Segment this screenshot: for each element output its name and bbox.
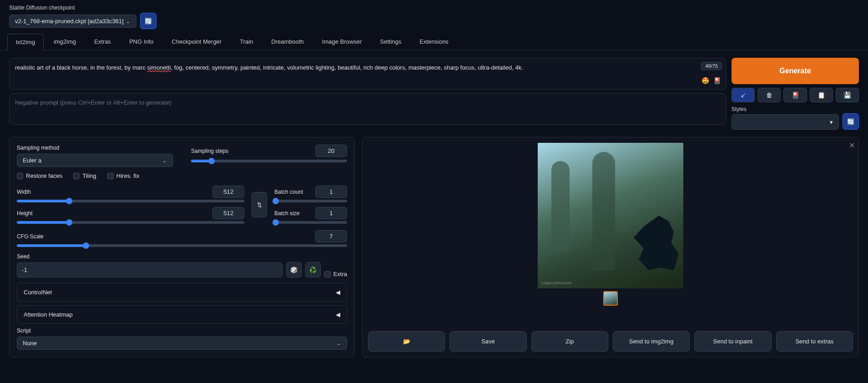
tab-txt2img[interactable]: txt2img bbox=[7, 34, 44, 50]
tab-pnginfo[interactable]: PNG Info bbox=[121, 34, 161, 50]
interrogate-button[interactable]: ↙ bbox=[732, 88, 755, 102]
attention-heatmap-section[interactable]: Attention Heatmap ◀ bbox=[17, 305, 347, 324]
save-button[interactable]: Save bbox=[449, 331, 526, 352]
styles-label: Styles bbox=[732, 106, 839, 112]
sampling-steps-input[interactable] bbox=[315, 145, 347, 157]
output-panel: ✕ STABLE DIFFUSION 📂 Save Zip Send to im… bbox=[362, 137, 859, 358]
prompt-text: realistic art of a black horse, in the f… bbox=[15, 64, 523, 71]
batch-count-label: Batch count bbox=[274, 189, 303, 195]
sampling-method-value: Euler a bbox=[23, 157, 41, 164]
folder-icon: 📂 bbox=[403, 338, 410, 345]
refresh-icon: 🔄 bbox=[847, 118, 854, 125]
script-label: Script bbox=[17, 328, 347, 334]
swap-dimensions-button[interactable]: ⇅ bbox=[252, 192, 267, 217]
sampling-steps-slider[interactable] bbox=[191, 160, 347, 162]
chevron-down-icon: ⌄ bbox=[336, 340, 341, 347]
width-input[interactable] bbox=[212, 186, 244, 198]
refresh-checkpoint-button[interactable]: 🔄 bbox=[140, 13, 156, 29]
script-dropdown[interactable]: None ⌄ bbox=[17, 337, 347, 350]
output-image[interactable]: STABLE DIFFUSION bbox=[538, 143, 683, 288]
seed-label: Seed bbox=[17, 253, 283, 260]
checkpoint-label: Stable Diffusion checkpoint bbox=[9, 5, 156, 11]
attention-label: Attention Heatmap bbox=[24, 311, 73, 318]
negative-prompt-placeholder: Negative prompt (press Ctrl+Enter or Alt… bbox=[15, 99, 171, 106]
sampling-method-dropdown[interactable]: Euler a ⌄ bbox=[17, 154, 173, 167]
height-slider[interactable] bbox=[17, 221, 244, 224]
swap-icon: ⇅ bbox=[257, 202, 262, 208]
lora-emoji-icon[interactable]: 🎴 bbox=[712, 76, 722, 86]
tab-dreambooth[interactable]: Dreambooth bbox=[263, 34, 312, 50]
batch-count-slider[interactable] bbox=[274, 200, 347, 202]
chevron-down-icon: ⌄ bbox=[162, 157, 167, 164]
negative-prompt-input[interactable]: Negative prompt (press Ctrl+Enter or Alt… bbox=[9, 93, 726, 125]
image-watermark: STABLE DIFFUSION bbox=[541, 282, 571, 285]
width-slider[interactable] bbox=[17, 200, 244, 202]
chevron-down-icon: ▾ bbox=[830, 119, 833, 126]
cfg-label: CFG Scale bbox=[17, 233, 44, 240]
arrow-icon: ↙ bbox=[741, 91, 746, 99]
send-inpaint-button[interactable]: Send to inpaint bbox=[694, 331, 771, 352]
cfg-input[interactable] bbox=[315, 230, 347, 242]
tab-image-browser[interactable]: Image Browser bbox=[314, 34, 370, 50]
tab-checkpoint-merger[interactable]: Checkpoint Merger bbox=[163, 34, 230, 50]
reuse-seed-button[interactable]: ♻️ bbox=[305, 262, 321, 277]
token-counter: 49/75 bbox=[701, 62, 722, 70]
send-img2img-button[interactable]: Send to img2img bbox=[613, 331, 690, 352]
triangle-left-icon: ◀ bbox=[336, 289, 340, 296]
styles-dropdown[interactable]: ▾ bbox=[732, 114, 839, 130]
batch-size-label: Batch size bbox=[274, 210, 299, 217]
tab-extras[interactable]: Extras bbox=[86, 34, 119, 50]
controlnet-section[interactable]: ControlNet ◀ bbox=[17, 283, 347, 302]
checkpoint-dropdown[interactable]: v2-1_768-ema-pruned.ckpt [ad2a33c361] ⌄ bbox=[9, 15, 136, 28]
settings-panel: Sampling method Euler a ⌄ Sampling steps… bbox=[9, 137, 355, 358]
prompt-input[interactable]: 49/75 realistic art of a black horse, in… bbox=[9, 58, 726, 90]
cfg-slider[interactable] bbox=[17, 244, 347, 247]
output-thumbnail[interactable] bbox=[603, 291, 618, 306]
recycle-icon: ♻️ bbox=[309, 267, 317, 273]
triangle-left-icon: ◀ bbox=[336, 311, 340, 318]
trash-icon: 🗑 bbox=[766, 91, 772, 99]
seed-input[interactable] bbox=[17, 262, 283, 277]
height-label: Height bbox=[17, 210, 33, 217]
refresh-icon: 🔄 bbox=[145, 18, 152, 25]
sampling-method-label: Sampling method bbox=[17, 145, 173, 151]
generate-button[interactable]: Generate bbox=[732, 58, 859, 84]
controlnet-label: ControlNet bbox=[24, 289, 52, 296]
restore-faces-checkbox[interactable]: Restore faces bbox=[17, 172, 62, 179]
save-icon: 💾 bbox=[843, 91, 851, 99]
tab-train[interactable]: Train bbox=[232, 34, 261, 50]
tab-extensions[interactable]: Extensions bbox=[411, 34, 457, 50]
extra-checkbox[interactable]: Extra bbox=[324, 271, 347, 277]
clear-button[interactable]: 🗑 bbox=[757, 88, 781, 102]
paste-button[interactable]: 📋 bbox=[810, 88, 833, 102]
close-output-button[interactable]: ✕ bbox=[849, 141, 855, 150]
checkpoint-value: v2-1_768-ema-pruned.ckpt [ad2a33c361] bbox=[15, 18, 124, 25]
hires-fix-checkbox[interactable]: Hires. fix bbox=[107, 172, 140, 179]
batch-size-slider[interactable] bbox=[274, 221, 347, 224]
dice-icon: 🎲 bbox=[290, 267, 298, 273]
batch-size-input[interactable] bbox=[315, 207, 347, 219]
style-emoji-icon[interactable]: 🤩 bbox=[700, 76, 710, 86]
send-extras-button[interactable]: Send to extras bbox=[776, 331, 853, 352]
sampling-steps-label: Sampling steps bbox=[191, 148, 228, 154]
batch-count-input[interactable] bbox=[315, 186, 347, 198]
chevron-down-icon: ⌄ bbox=[126, 18, 131, 25]
refresh-styles-button[interactable]: 🔄 bbox=[843, 113, 859, 130]
open-folder-button[interactable]: 📂 bbox=[368, 331, 445, 352]
random-seed-button[interactable]: 🎲 bbox=[286, 262, 302, 277]
script-value: None bbox=[23, 340, 37, 347]
zip-button[interactable]: Zip bbox=[531, 331, 608, 352]
tiling-checkbox[interactable]: Tiling bbox=[73, 172, 96, 179]
save-style-button[interactable]: 💾 bbox=[836, 88, 859, 102]
clipboard-icon: 📋 bbox=[818, 91, 825, 99]
width-label: Width bbox=[17, 189, 31, 195]
style-icon: 🎴 bbox=[792, 91, 799, 99]
style-apply-button[interactable]: 🎴 bbox=[783, 88, 807, 102]
tab-img2img[interactable]: img2img bbox=[45, 34, 84, 50]
tab-settings[interactable]: Settings bbox=[372, 34, 409, 50]
main-tabs: txt2img img2img Extras PNG Info Checkpoi… bbox=[0, 34, 868, 50]
height-input[interactable] bbox=[212, 207, 244, 219]
